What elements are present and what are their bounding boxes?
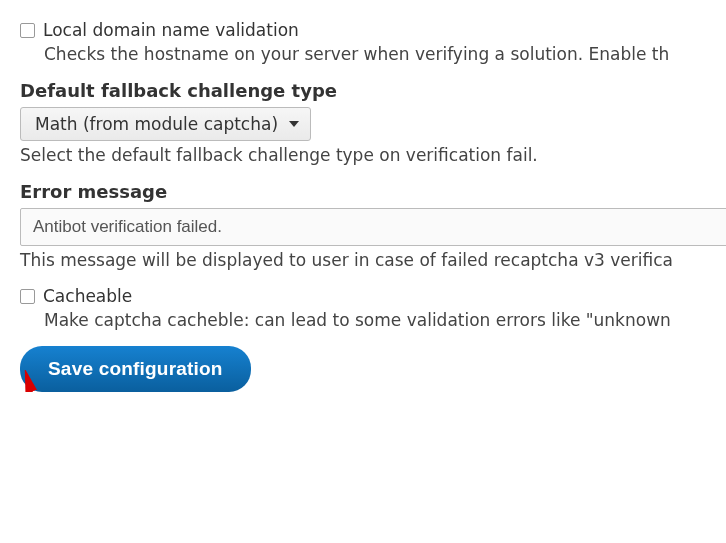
save-configuration-button[interactable]: Save configuration: [20, 346, 251, 392]
local-domain-row: Local domain name validation: [20, 20, 726, 40]
error-message-input[interactable]: [20, 208, 726, 246]
local-domain-field: Local domain name validation Checks the …: [20, 20, 726, 64]
fallback-field: Default fallback challenge type Math (fr…: [20, 80, 726, 165]
error-message-field: Error message This message will be displ…: [20, 181, 726, 270]
form-actions: Save configuration: [20, 346, 726, 392]
chevron-down-icon: [288, 114, 300, 134]
error-message-label: Error message: [20, 181, 726, 202]
cacheable-checkbox[interactable]: [20, 289, 35, 304]
local-domain-description: Checks the hostname on your server when …: [44, 44, 726, 64]
cacheable-row: Cacheable: [20, 286, 726, 306]
local-domain-label: Local domain name validation: [43, 20, 299, 40]
cacheable-label: Cacheable: [43, 286, 132, 306]
fallback-selected-value: Math (from module captcha): [35, 114, 278, 134]
cacheable-description: Make captcha cacheble: can lead to some …: [44, 310, 726, 330]
error-message-help: This message will be displayed to user i…: [20, 250, 726, 270]
local-domain-checkbox[interactable]: [20, 23, 35, 38]
cacheable-field: Cacheable Make captcha cacheble: can lea…: [20, 286, 726, 330]
fallback-label: Default fallback challenge type: [20, 80, 726, 101]
fallback-help: Select the default fallback challenge ty…: [20, 145, 726, 165]
fallback-select[interactable]: Math (from module captcha): [20, 107, 311, 141]
